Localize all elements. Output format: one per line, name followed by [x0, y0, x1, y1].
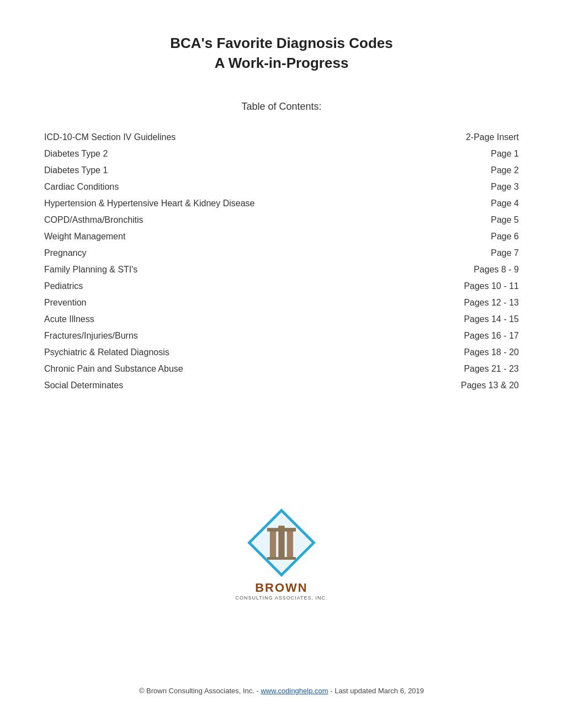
toc-item-page: Pages 13 & 20: [431, 381, 519, 390]
toc-row: PreventionPages 12 - 13: [44, 295, 519, 311]
toc-item-page: Page 2: [431, 165, 519, 175]
toc-row: Hypertension & Hypertensive Heart & Kidn…: [44, 195, 519, 212]
toc-row: Psychiatric & Related DiagnosisPages 18 …: [44, 344, 519, 361]
toc-item-page: Pages 14 - 15: [431, 314, 519, 324]
toc-item-page: Page 3: [431, 182, 519, 192]
logo-svg: [246, 499, 317, 587]
toc-table: ICD-10-CM Section IV Guidelines2-Page In…: [44, 129, 519, 394]
toc-row: Diabetes Type 1Page 2: [44, 162, 519, 179]
toc-item-name: Social Determinates: [44, 381, 431, 390]
title-section: BCA's Favorite Diagnosis Codes A Work-in…: [44, 33, 519, 73]
toc-item-name: Acute Illness: [44, 314, 431, 324]
svg-rect-2: [270, 531, 276, 558]
svg-rect-6: [267, 557, 296, 560]
toc-item-name: Pediatrics: [44, 281, 431, 291]
footer-text-after: - Last updated March 6, 2019: [328, 687, 424, 695]
page-title: BCA's Favorite Diagnosis Codes A Work-in…: [44, 33, 519, 73]
toc-item-name: Prevention: [44, 298, 431, 308]
toc-item-page: Pages 8 - 9: [431, 265, 519, 275]
logo-diamond: [246, 507, 317, 579]
logo-container: BROWN CONSULTING ASSOCIATES, INC.: [235, 507, 327, 601]
footer-text-before: © Brown Consulting Associates, Inc. -: [139, 687, 261, 695]
toc-item-page: Page 4: [431, 199, 519, 208]
toc-item-name: Family Planning & STI's: [44, 265, 431, 275]
toc-row: Weight ManagementPage 6: [44, 228, 519, 245]
toc-item-page: Pages 16 - 17: [431, 331, 519, 341]
toc-item-page: Pages 21 - 23: [431, 364, 519, 374]
toc-item-page: Pages 12 - 13: [431, 298, 519, 308]
toc-header: Table of Contents:: [44, 101, 519, 113]
toc-item-page: Page 6: [431, 232, 519, 242]
logo-subtitle: CONSULTING ASSOCIATES, INC.: [235, 595, 327, 601]
toc-row: Acute IllnessPages 14 - 15: [44, 311, 519, 328]
toc-label: Table of Contents:: [241, 101, 321, 112]
toc-row: PediatricsPages 10 - 11: [44, 278, 519, 295]
toc-item-name: Weight Management: [44, 232, 431, 242]
toc-item-page: Page 7: [431, 248, 519, 258]
toc-item-name: Fractures/Injuries/Burns: [44, 331, 431, 341]
toc-row: Chronic Pain and Substance AbusePages 21…: [44, 361, 519, 377]
toc-item-page: Page 5: [431, 215, 519, 225]
toc-item-page: Pages 10 - 11: [431, 281, 519, 291]
logo-section: BROWN CONSULTING ASSOCIATES, INC.: [44, 438, 519, 670]
toc-item-name: Hypertension & Hypertensive Heart & Kidn…: [44, 199, 431, 208]
toc-item-name: Chronic Pain and Substance Abuse: [44, 364, 431, 374]
footer-link[interactable]: www.codinghelp.com: [261, 687, 328, 695]
toc-item-name: Diabetes Type 1: [44, 165, 431, 175]
toc-row: Diabetes Type 2Page 1: [44, 146, 519, 162]
svg-rect-5: [267, 528, 296, 532]
toc-item-name: Psychiatric & Related Diagnosis: [44, 347, 431, 357]
toc-item-page: 2-Page Insert: [431, 132, 519, 142]
toc-row: Fractures/Injuries/BurnsPages 16 - 17: [44, 328, 519, 344]
toc-row: ICD-10-CM Section IV Guidelines2-Page In…: [44, 129, 519, 146]
toc-row: Social DeterminatesPages 13 & 20: [44, 377, 519, 394]
page: BCA's Favorite Diagnosis Codes A Work-in…: [0, 0, 563, 728]
toc-row: COPD/Asthma/BronchitisPage 5: [44, 212, 519, 228]
toc-item-name: ICD-10-CM Section IV Guidelines: [44, 132, 431, 142]
toc-item-page: Pages 18 - 20: [431, 347, 519, 357]
svg-rect-4: [287, 531, 293, 558]
toc-item-name: Pregnancy: [44, 248, 431, 258]
toc-item-name: Cardiac Conditions: [44, 182, 431, 192]
toc-row: Cardiac ConditionsPage 3: [44, 179, 519, 195]
toc-item-page: Page 1: [431, 149, 519, 159]
toc-row: Family Planning & STI'sPages 8 - 9: [44, 261, 519, 278]
toc-item-name: COPD/Asthma/Bronchitis: [44, 215, 431, 225]
footer: © Brown Consulting Associates, Inc. - ww…: [44, 670, 519, 695]
toc-row: PregnancyPage 7: [44, 245, 519, 261]
toc-item-name: Diabetes Type 2: [44, 149, 431, 159]
